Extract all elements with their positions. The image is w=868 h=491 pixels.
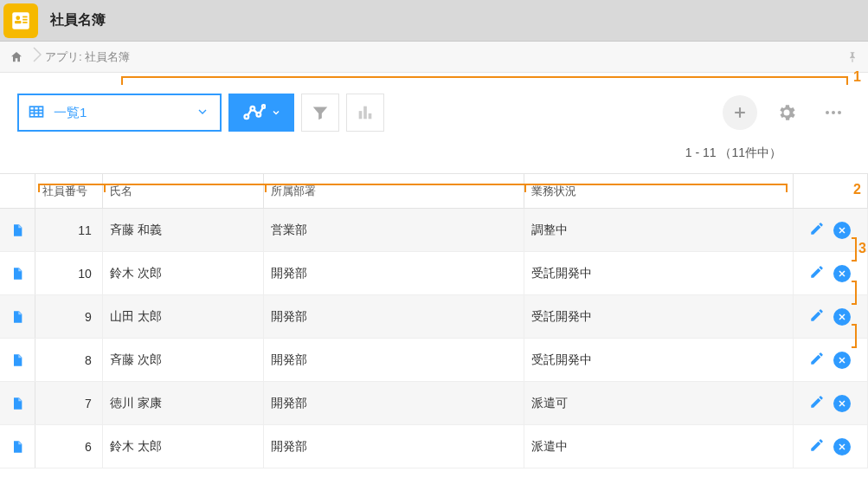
document-icon bbox=[7, 353, 28, 367]
status-cell: 受託開発中 bbox=[524, 252, 793, 295]
name-cell: 斉藤 和義 bbox=[102, 209, 263, 252]
svg-point-1 bbox=[16, 16, 20, 20]
table-row: 7徳川 家康開発部派遣可 bbox=[0, 382, 868, 425]
col-detail bbox=[0, 174, 35, 209]
svg-rect-4 bbox=[23, 18, 27, 20]
toolbar: 一覧1 bbox=[0, 73, 868, 139]
name-cell: 斉藤 次郎 bbox=[102, 339, 263, 382]
table-row: 11斉藤 和義営業部調整中 bbox=[0, 209, 868, 252]
data-table: 社員番号 氏名 所属部署 業務状況 11斉藤 和義営業部調整中10鈴木 次郎開発… bbox=[0, 173, 868, 468]
detail-cell[interactable] bbox=[0, 252, 35, 295]
svg-rect-20 bbox=[369, 113, 372, 119]
svg-line-15 bbox=[248, 110, 252, 115]
breadcrumb-label: アプリ: 社員名簿 bbox=[45, 49, 130, 65]
document-icon bbox=[7, 310, 28, 324]
name-cell: 鈴木 太郎 bbox=[102, 425, 263, 468]
status-cell: 派遣中 bbox=[524, 425, 793, 468]
delete-icon[interactable] bbox=[833, 352, 851, 369]
status-cell: 受託開発中 bbox=[524, 295, 793, 339]
edit-icon[interactable] bbox=[809, 437, 825, 455]
name-cell: 鈴木 次郎 bbox=[102, 252, 263, 295]
pagination-text: 1 - 11 （11件中） bbox=[0, 139, 868, 173]
home-icon[interactable] bbox=[9, 49, 24, 65]
document-icon bbox=[7, 440, 28, 454]
empno-cell: 8 bbox=[35, 339, 102, 382]
col-status[interactable]: 業務状況 bbox=[524, 174, 793, 209]
svg-point-14 bbox=[262, 105, 266, 108]
chart-button[interactable] bbox=[346, 94, 384, 132]
actions-cell bbox=[793, 295, 867, 339]
status-cell: 受託開発中 bbox=[524, 339, 793, 382]
edit-icon[interactable] bbox=[809, 394, 825, 412]
detail-cell[interactable] bbox=[0, 382, 35, 425]
view-selector-label: 一覧1 bbox=[54, 105, 196, 121]
svg-line-16 bbox=[254, 110, 258, 113]
svg-rect-18 bbox=[359, 111, 363, 119]
svg-rect-5 bbox=[23, 22, 27, 23]
name-cell: 山田 太郎 bbox=[102, 295, 263, 339]
actions-cell bbox=[793, 382, 867, 425]
breadcrumb-bar: アプリ: 社員名簿 bbox=[0, 42, 868, 73]
empno-cell: 6 bbox=[35, 425, 102, 468]
dept-cell: 開発部 bbox=[264, 382, 524, 425]
col-dept[interactable]: 所属部署 bbox=[264, 174, 524, 209]
status-cell: 派遣可 bbox=[524, 382, 793, 425]
breadcrumb-separator bbox=[33, 47, 42, 67]
status-cell: 調整中 bbox=[524, 209, 793, 252]
table-row: 9山田 太郎開発部受託開発中 bbox=[0, 295, 868, 339]
add-button[interactable] bbox=[723, 95, 757, 130]
name-cell: 徳川 家康 bbox=[102, 382, 263, 425]
graph-button[interactable] bbox=[228, 94, 294, 132]
delete-icon[interactable] bbox=[833, 308, 851, 326]
app-title: 社員名簿 bbox=[50, 11, 106, 29]
delete-icon[interactable] bbox=[833, 438, 851, 455]
detail-cell[interactable] bbox=[0, 295, 35, 339]
table-row: 8斉藤 次郎開発部受託開発中 bbox=[0, 339, 868, 382]
dept-cell: 開発部 bbox=[264, 425, 524, 468]
view-selector[interactable]: 一覧1 bbox=[17, 94, 222, 132]
filter-button[interactable] bbox=[301, 94, 339, 132]
actions-cell bbox=[793, 339, 867, 382]
document-icon bbox=[7, 397, 28, 410]
dept-cell: 営業部 bbox=[264, 209, 524, 252]
delete-icon[interactable] bbox=[833, 222, 851, 239]
detail-cell[interactable] bbox=[0, 339, 35, 382]
detail-cell[interactable] bbox=[0, 425, 35, 468]
svg-line-17 bbox=[260, 108, 262, 113]
edit-icon[interactable] bbox=[809, 264, 825, 282]
document-icon bbox=[7, 223, 28, 237]
delete-icon[interactable] bbox=[833, 265, 851, 282]
actions-cell bbox=[793, 425, 867, 468]
svg-rect-0 bbox=[12, 12, 29, 29]
svg-point-12 bbox=[251, 107, 255, 111]
empno-cell: 11 bbox=[35, 209, 102, 252]
actions-cell bbox=[793, 252, 867, 295]
svg-rect-2 bbox=[15, 21, 22, 23]
edit-icon[interactable] bbox=[809, 221, 825, 239]
edit-icon[interactable] bbox=[809, 307, 825, 326]
col-empno[interactable]: 社員番号 bbox=[35, 174, 102, 209]
svg-point-23 bbox=[826, 111, 829, 114]
empno-cell: 9 bbox=[35, 295, 102, 339]
grid-icon bbox=[28, 103, 45, 123]
svg-rect-3 bbox=[23, 16, 27, 17]
settings-button[interactable] bbox=[769, 95, 804, 130]
app-icon bbox=[3, 3, 38, 38]
svg-rect-19 bbox=[363, 107, 367, 120]
more-button[interactable] bbox=[816, 95, 851, 130]
empno-cell: 10 bbox=[35, 252, 102, 295]
col-name[interactable]: 氏名 bbox=[102, 174, 263, 209]
col-actions bbox=[793, 174, 867, 209]
delete-icon[interactable] bbox=[833, 395, 851, 412]
detail-cell[interactable] bbox=[0, 209, 35, 252]
dept-cell: 開発部 bbox=[264, 295, 524, 339]
app-header: 社員名簿 bbox=[0, 0, 868, 42]
table-row: 10鈴木 次郎開発部受託開発中 bbox=[0, 252, 868, 295]
chevron-down-icon bbox=[196, 105, 209, 121]
pin-icon[interactable] bbox=[844, 48, 861, 66]
empno-cell: 7 bbox=[35, 382, 102, 425]
table-row: 6鈴木 太郎開発部派遣中 bbox=[0, 425, 868, 468]
svg-rect-6 bbox=[30, 107, 43, 117]
edit-icon[interactable] bbox=[809, 351, 825, 369]
table-header-row: 社員番号 氏名 所属部署 業務状況 bbox=[0, 174, 868, 209]
